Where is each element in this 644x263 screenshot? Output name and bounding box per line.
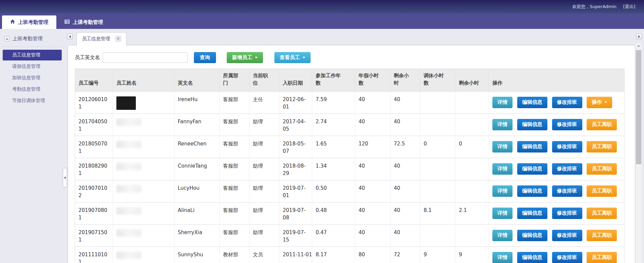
- position-cell: 助理: [250, 180, 279, 202]
- row-last-action-button[interactable]: 员工离职: [587, 185, 617, 197]
- detail-button[interactable]: 详情: [492, 163, 513, 175]
- detail-button[interactable]: 详情: [492, 97, 513, 108]
- edit-schedule-button[interactable]: 修改排班: [552, 230, 582, 241]
- row-last-action-button[interactable]: 操作: [587, 97, 612, 108]
- comp-leave-hours-cell: [420, 91, 455, 114]
- row-last-action-button[interactable]: 员工离职: [587, 252, 617, 263]
- employee-name-cell: [113, 91, 174, 114]
- remaining-hours-cell: 72.5: [390, 136, 420, 158]
- english-name-label: 员工英文名: [75, 54, 100, 61]
- edit-info-button[interactable]: 编辑信息: [517, 208, 547, 219]
- edit-schedule-button[interactable]: 修改排班: [552, 163, 582, 175]
- remaining-hours-cell: 40: [390, 158, 420, 180]
- scrollbar-up-arrow[interactable]: [636, 43, 642, 49]
- vertical-scrollbar[interactable]: [636, 43, 642, 263]
- sidebar-item-leave-info[interactable]: 请假信息管理: [3, 61, 62, 72]
- remaining-hours-cell: 40: [390, 114, 420, 136]
- english-name-cell: ConnieTang: [174, 158, 220, 180]
- comp-remaining-hours-cell: [455, 114, 489, 136]
- work-years-cell: 0.50: [312, 180, 355, 202]
- edit-info-button[interactable]: 编辑信息: [517, 252, 547, 263]
- employee-english-name-input[interactable]: [103, 52, 188, 63]
- sidebar-item-overtime-info[interactable]: 加班信息管理: [3, 73, 62, 83]
- employee-id-cell: 2011110101: [75, 247, 113, 263]
- comp-leave-hours-cell: [420, 114, 455, 136]
- tabs-scroll-right-button[interactable]: [636, 34, 642, 39]
- department-cell: 客服部: [220, 114, 250, 136]
- detail-button[interactable]: 详情: [492, 252, 513, 263]
- tab-employee-info[interactable]: 员工信息管理 ✕: [76, 32, 126, 45]
- detail-button[interactable]: 详情: [492, 185, 513, 197]
- chevron-down-icon: [604, 101, 607, 103]
- col-comp-leave-hours: 调休小时数: [420, 69, 455, 92]
- table-row: 2018082901 ConnieTang 客服部 助理 2018-08-29 …: [75, 158, 625, 180]
- detail-button[interactable]: 详情: [492, 119, 513, 130]
- row-last-action-button[interactable]: 员工离职: [587, 141, 617, 152]
- comp-remaining-hours-cell: [455, 91, 489, 114]
- close-tab-icon[interactable]: ✕: [115, 36, 121, 42]
- hire-date-cell: 2019-07-15: [279, 224, 312, 247]
- detail-button[interactable]: 详情: [492, 141, 513, 152]
- edit-schedule-button[interactable]: 修改排班: [552, 119, 582, 130]
- edit-info-button[interactable]: 编辑信息: [517, 163, 547, 175]
- hire-date-cell: 2018-05-07: [279, 136, 312, 158]
- schedule-icon: [64, 19, 70, 26]
- actions-cell: 详情 编辑信息 修改排班 员工离职: [489, 224, 625, 247]
- row-last-action-button[interactable]: 员工离职: [587, 119, 617, 130]
- table-row: 2019070801 AlinaLi 客服部 助理 2019-07-08 0.4…: [75, 202, 625, 224]
- actions-cell: 详情 编辑信息 修改排班 员工离职: [489, 158, 625, 180]
- comp-remaining-hours-cell: [455, 158, 489, 180]
- nav-tab-class-attendance[interactable]: 上课考勤管理: [56, 15, 111, 29]
- tab-label: 员工信息管理: [82, 36, 110, 42]
- edit-schedule-button[interactable]: 修改排班: [552, 141, 582, 152]
- sidebar-collapse-handle[interactable]: [63, 168, 67, 187]
- tabs-scroll-left-button[interactable]: [67, 34, 73, 39]
- position-cell: 助理: [250, 224, 279, 247]
- sidebar-item-holiday-comp[interactable]: 节假日调休管理: [3, 95, 62, 106]
- col-remaining-hours: 剩余小时: [390, 69, 420, 92]
- logout-link[interactable]: [退出]: [623, 4, 635, 10]
- sidebar-item-employee-info[interactable]: 员工信息管理: [3, 50, 62, 60]
- edit-info-button[interactable]: 编辑信息: [517, 119, 547, 130]
- row-last-action-button[interactable]: 员工离职: [587, 208, 617, 219]
- edit-schedule-button[interactable]: 修改排班: [552, 185, 582, 197]
- department-cell: 客服部: [220, 158, 250, 180]
- redacted-name: [116, 207, 141, 215]
- row-last-action-button[interactable]: 员工离职: [587, 230, 617, 241]
- col-work-years: 参加工作年数: [312, 69, 355, 92]
- table-row: 2019070102 LucyHou 客服部 助理 2019-07-01 0.5…: [75, 180, 625, 202]
- employee-name-cell: [113, 247, 174, 263]
- actions-cell: 详情 编辑信息 修改排班 员工离职: [489, 180, 625, 202]
- edit-info-button[interactable]: 编辑信息: [517, 185, 547, 197]
- edit-info-button[interactable]: 编辑信息: [517, 97, 547, 108]
- edit-schedule-button[interactable]: 修改排班: [552, 252, 582, 263]
- query-button[interactable]: 查询: [194, 52, 216, 63]
- search-toolbar: 员工英文名 查询 新增员工 查看员工: [68, 45, 635, 69]
- add-employee-button[interactable]: 新增员工: [227, 52, 263, 63]
- collapse-group-icon[interactable]: [4, 36, 9, 41]
- department-cell: 客服部: [220, 136, 250, 158]
- edit-schedule-button[interactable]: 修改排班: [552, 97, 582, 108]
- employee-name-cell: [113, 114, 174, 136]
- edit-info-button[interactable]: 编辑信息: [517, 230, 547, 241]
- table-row: 2019071501 SherryXia 客服部 助理 2019-07-15 0…: [75, 224, 625, 247]
- employee-id-cell: 2017040501: [75, 114, 113, 136]
- hire-date-cell: 2011-11-01: [279, 247, 312, 263]
- employee-name-cell: [113, 158, 174, 180]
- detail-button[interactable]: 详情: [492, 208, 513, 219]
- employee-id-cell: 2012060101: [75, 91, 113, 114]
- work-years-cell: 0.47: [312, 224, 355, 247]
- position-cell: 助理: [250, 202, 279, 224]
- redacted-name: [116, 119, 141, 126]
- view-employee-button[interactable]: 查看员工: [274, 52, 311, 63]
- department-cell: 客服部: [220, 224, 250, 247]
- edit-schedule-button[interactable]: 修改排班: [552, 208, 582, 219]
- scrollbar-thumb[interactable]: [636, 50, 641, 164]
- detail-button[interactable]: 详情: [492, 230, 513, 241]
- sidebar-item-attendance-info[interactable]: 考勤信息管理: [3, 84, 62, 95]
- edit-info-button[interactable]: 编辑信息: [517, 141, 547, 152]
- nav-tab-work-attendance[interactable]: 上班考勤管理: [2, 15, 56, 29]
- position-cell: 助理: [250, 136, 279, 158]
- row-last-action-button[interactable]: 员工离职: [587, 163, 617, 175]
- english-name-cell: FannyFan: [174, 114, 220, 136]
